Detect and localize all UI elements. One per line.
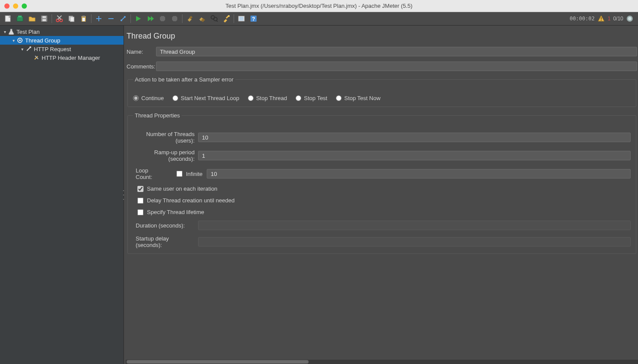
window-title: Test Plan.jmx (/Users/nraboy/Desktop/Tes… [225, 3, 412, 9]
new-file-icon[interactable] [3, 13, 13, 24]
chevron-down-icon[interactable]: ▾ [11, 38, 16, 43]
error-action-legend: Action to be taken after a Sampler error [133, 76, 235, 83]
svg-point-31 [228, 15, 230, 17]
warning-icon[interactable]: ! [597, 15, 605, 23]
templates-icon[interactable] [15, 13, 25, 24]
loop-count-field[interactable] [207, 169, 631, 179]
radio-stop-thread-input[interactable] [248, 95, 254, 101]
test-plan-tree[interactable]: ▾ Test Plan ▾ Thread Group ▾ HTTP Reques… [0, 26, 124, 364]
same-user-label: Same user on each iteration [147, 185, 218, 192]
svg-rect-4 [42, 16, 46, 18]
tree-label: Test Plan [16, 29, 39, 35]
svg-marker-21 [136, 16, 141, 21]
infinite-label: Infinite [186, 171, 202, 177]
num-threads-label: Number of Threads (users): [133, 131, 198, 144]
tree-node-header-manager[interactable]: HTTP Header Manager [0, 53, 124, 62]
help-icon[interactable]: ? [248, 13, 259, 24]
tree-node-thread-group[interactable]: ▾ Thread Group [0, 36, 124, 45]
tree-label: Thread Group [25, 37, 60, 44]
same-user-checkbox-input[interactable] [137, 186, 143, 192]
save-icon[interactable] [39, 13, 49, 24]
tree-label: HTTP Header Manager [42, 55, 100, 61]
svg-rect-13 [82, 16, 85, 17]
clear-all-icon[interactable] [197, 13, 207, 24]
thread-properties-legend: Thread Properties [133, 112, 182, 119]
infinite-checkbox-input[interactable] [176, 171, 182, 177]
loop-count-label: Loop Count: [133, 167, 169, 180]
startup-delay-field [198, 237, 631, 247]
zoom-window-icon[interactable] [22, 3, 27, 9]
search-icon[interactable] [209, 13, 219, 24]
delay-thread-checkbox-input[interactable] [137, 198, 143, 204]
titlebar: Test Plan.jmx (/Users/nraboy/Desktop/Tes… [0, 0, 638, 12]
duration-field [198, 221, 631, 230]
svg-text:!: ! [600, 16, 602, 22]
toggle-icon[interactable] [118, 13, 128, 24]
horizontal-scrollbar[interactable] [126, 360, 638, 364]
same-user-checkbox[interactable]: Same user on each iteration [137, 185, 631, 192]
paste-icon[interactable] [78, 13, 89, 24]
window-controls [4, 3, 27, 9]
expand-icon[interactable] [94, 13, 104, 24]
radio-stop-test-input[interactable] [296, 95, 301, 101]
svg-rect-11 [70, 17, 74, 22]
flask-icon [8, 28, 15, 35]
function-helper-icon[interactable] [236, 13, 247, 24]
wrench-icon [33, 54, 40, 61]
cut-icon[interactable] [54, 13, 65, 24]
name-label: Name: [127, 49, 156, 55]
num-threads-field[interactable] [198, 133, 631, 142]
radio-continue-input[interactable] [133, 95, 139, 101]
splitter-handle[interactable] [122, 188, 125, 202]
chevron-down-icon[interactable]: ▾ [3, 29, 7, 34]
collapse-icon[interactable] [106, 13, 116, 24]
radio-stop-thread[interactable]: Stop Thread [248, 95, 287, 101]
open-file-icon[interactable] [27, 13, 37, 24]
radio-continue[interactable]: Continue [133, 95, 164, 101]
stop-icon[interactable] [157, 13, 168, 24]
svg-marker-22 [148, 16, 151, 21]
specify-lifetime-checkbox[interactable]: Specify Thread lifetime [137, 209, 631, 215]
rampup-field[interactable] [198, 151, 631, 160]
tree-label: HTTP Request [34, 46, 71, 52]
error-count: 1 [608, 16, 611, 22]
radio-stop-test-now[interactable]: Stop Test Now [336, 95, 381, 101]
radio-start-next[interactable]: Start Next Thread Loop [173, 95, 239, 101]
editor-panel: Thread Group Name: Comments: Action to b… [124, 26, 638, 364]
shutdown-icon[interactable] [169, 13, 180, 24]
radio-stop-test-now-input[interactable] [336, 95, 342, 101]
radio-stop-test[interactable]: Stop Test [296, 95, 327, 101]
thread-properties-group: Thread Properties Number of Threads (use… [127, 112, 636, 254]
svg-marker-24 [160, 16, 165, 21]
tree-node-test-plan[interactable]: ▾ Test Plan [0, 27, 124, 36]
delay-thread-checkbox[interactable]: Delay Thread creation until needed [137, 197, 631, 204]
reset-search-icon[interactable] [221, 13, 231, 24]
svg-rect-5 [42, 19, 46, 21]
chevron-down-icon[interactable]: ▾ [20, 47, 24, 52]
infinite-checkbox[interactable]: Infinite [176, 171, 202, 177]
minimize-window-icon[interactable] [13, 3, 18, 9]
start-icon[interactable] [133, 13, 143, 24]
clear-icon[interactable] [185, 13, 195, 24]
start-no-pause-icon[interactable] [145, 13, 156, 24]
svg-rect-2 [18, 16, 22, 17]
radio-label: Stop Test Now [344, 95, 381, 101]
comments-label: Comments: [127, 63, 156, 70]
close-window-icon[interactable] [4, 3, 10, 9]
radio-label: Stop Test [304, 95, 327, 101]
copy-icon[interactable] [66, 13, 77, 24]
threads-status-icon[interactable] [626, 15, 634, 23]
tree-node-http-request[interactable]: ▾ HTTP Request [0, 45, 124, 53]
radio-label: Start Next Thread Loop [181, 95, 239, 101]
toolbar: ? 00:00:02 ! 1 0/10 [0, 12, 638, 26]
specify-lifetime-checkbox-input[interactable] [137, 209, 143, 215]
scrollbar-thumb[interactable] [127, 360, 309, 364]
elapsed-timer: 00:00:02 [570, 16, 595, 22]
radio-label: Stop Thread [256, 95, 287, 101]
svg-point-45 [29, 46, 31, 48]
svg-marker-23 [151, 16, 154, 21]
name-field[interactable] [156, 47, 637, 56]
radio-start-next-input[interactable] [173, 95, 178, 101]
svg-line-29 [216, 20, 218, 22]
comments-field[interactable] [156, 62, 637, 71]
